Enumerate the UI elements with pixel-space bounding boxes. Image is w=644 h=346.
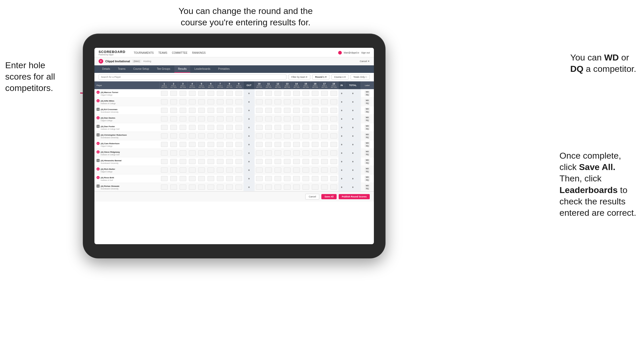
hole-15-score-input[interactable] — [302, 150, 309, 156]
hole-14-score-input[interactable] — [293, 125, 300, 130]
hole-12-score-input[interactable] — [275, 108, 281, 113]
hole-17-score-input[interactable] — [321, 133, 328, 139]
hole-8-score-input[interactable] — [226, 133, 233, 139]
hole-10-score-input[interactable] — [256, 167, 263, 173]
hole-3-score-input[interactable] — [180, 176, 186, 181]
hole-9-score-input[interactable] — [235, 108, 242, 113]
hole-6-score-input[interactable] — [208, 91, 214, 96]
hole-13-score-input[interactable] — [284, 150, 291, 156]
hole-13-score-input[interactable] — [284, 133, 291, 139]
tab-tee-groups[interactable]: Tee Groups — [153, 65, 174, 73]
hole-10-score-input[interactable] — [256, 176, 263, 181]
hole-5-score-input[interactable] — [198, 167, 205, 173]
hole-5-score-input[interactable] — [198, 99, 205, 104]
wd-button[interactable]: WD — [365, 133, 370, 136]
hole-10-score-input[interactable] — [256, 159, 263, 164]
hole-4-score-input[interactable] — [189, 116, 196, 121]
hole-17-score-input[interactable] — [321, 99, 328, 104]
hole-9-score-input[interactable] — [235, 91, 242, 96]
hole-13-score-input[interactable] — [284, 176, 291, 181]
hole-17-score-input[interactable] — [321, 108, 328, 113]
hole-13-score-input[interactable] — [284, 167, 291, 173]
hole-1-score-input[interactable] — [161, 176, 168, 181]
hole-14-score-input[interactable] — [293, 150, 300, 156]
hole-3-score-input[interactable] — [180, 125, 186, 130]
hole-2-score-input[interactable] — [170, 91, 177, 96]
hole-4-score-input[interactable] — [189, 142, 196, 147]
dq-button[interactable]: DQ — [365, 136, 370, 139]
hole-12-score-input[interactable] — [275, 116, 281, 121]
hole-6-score-input[interactable] — [208, 184, 214, 190]
hole-18-score-input[interactable] — [330, 184, 337, 190]
hole-10-score-input[interactable] — [256, 133, 263, 139]
hole-3-score-input[interactable] — [180, 159, 186, 164]
dq-button[interactable]: DQ — [365, 102, 370, 105]
hole-7-score-input[interactable] — [217, 108, 224, 113]
hole-11-score-input[interactable] — [265, 159, 272, 164]
hole-15-score-input[interactable] — [302, 142, 309, 147]
dq-button[interactable]: DQ — [365, 179, 370, 181]
hole-2-score-input[interactable] — [170, 159, 177, 164]
hole-9-score-input[interactable] — [235, 159, 242, 164]
hole-11-score-input[interactable] — [265, 184, 272, 190]
hole-14-score-input[interactable] — [293, 116, 300, 121]
save-all-button[interactable]: Save All — [321, 194, 337, 199]
hole-4-score-input[interactable] — [189, 133, 196, 139]
hole-8-score-input[interactable] — [226, 167, 233, 173]
hole-17-score-input[interactable] — [321, 125, 328, 130]
hole-2-score-input[interactable] — [170, 99, 177, 104]
hole-5-score-input[interactable] — [198, 133, 205, 139]
hole-11-score-input[interactable] — [265, 125, 272, 130]
wd-button[interactable]: WD — [365, 176, 370, 179]
hole-9-score-input[interactable] — [235, 116, 242, 121]
dq-button[interactable]: DQ — [365, 162, 370, 164]
filter-by-team-button[interactable]: Filter by team ▾ — [288, 74, 310, 80]
hole-9-score-input[interactable] — [235, 133, 242, 139]
hole-9-score-input[interactable] — [235, 184, 242, 190]
hole-17-score-input[interactable] — [321, 167, 328, 173]
hole-4-score-input[interactable] — [189, 159, 196, 164]
dq-button[interactable]: DQ — [365, 127, 370, 130]
dq-button[interactable]: DQ — [365, 119, 370, 122]
hole-13-score-input[interactable] — [284, 108, 291, 113]
hole-10-score-input[interactable] — [256, 99, 263, 104]
hole-12-score-input[interactable] — [275, 176, 281, 181]
hole-13-score-input[interactable] — [284, 184, 291, 190]
hole-4-score-input[interactable] — [189, 99, 196, 104]
hole-16-score-input[interactable] — [312, 99, 319, 104]
hole-18-score-input[interactable] — [330, 91, 337, 96]
wd-button[interactable]: WD — [365, 99, 370, 102]
hole-5-score-input[interactable] — [198, 184, 205, 190]
wd-button[interactable]: WD — [365, 167, 370, 170]
hole-11-score-input[interactable] — [265, 133, 272, 139]
hole-2-score-input[interactable] — [170, 167, 177, 173]
hole-8-score-input[interactable] — [226, 150, 233, 156]
hole-6-score-input[interactable] — [208, 116, 214, 121]
hole-4-score-input[interactable] — [189, 150, 196, 156]
hole-4-score-input[interactable] — [189, 91, 196, 96]
hole-14-score-input[interactable] — [293, 176, 300, 181]
hole-13-score-input[interactable] — [284, 159, 291, 164]
hole-3-score-input[interactable] — [180, 167, 186, 173]
hole-16-score-input[interactable] — [312, 133, 319, 139]
wd-button[interactable]: WD — [365, 150, 370, 153]
hole-15-score-input[interactable] — [302, 108, 309, 113]
hole-8-score-input[interactable] — [226, 159, 233, 164]
hole-9-score-input[interactable] — [235, 176, 242, 181]
hole-3-score-input[interactable] — [180, 116, 186, 121]
hole-4-score-input[interactable] — [189, 167, 196, 173]
hole-1-score-input[interactable] — [161, 108, 168, 113]
hole-1-score-input[interactable] — [161, 167, 168, 173]
hole-2-score-input[interactable] — [170, 184, 177, 190]
hole-6-score-input[interactable] — [208, 159, 214, 164]
wd-button[interactable]: WD — [365, 116, 370, 119]
hole-14-score-input[interactable] — [293, 167, 300, 173]
hole-18-score-input[interactable] — [330, 108, 337, 113]
hole-7-score-input[interactable] — [217, 116, 224, 121]
hole-14-score-input[interactable] — [293, 142, 300, 147]
hole-8-score-input[interactable] — [226, 184, 233, 190]
hole-6-score-input[interactable] — [208, 133, 214, 139]
hole-12-score-input[interactable] — [275, 159, 281, 164]
hole-6-score-input[interactable] — [208, 167, 214, 173]
hole-1-score-input[interactable] — [161, 150, 168, 156]
